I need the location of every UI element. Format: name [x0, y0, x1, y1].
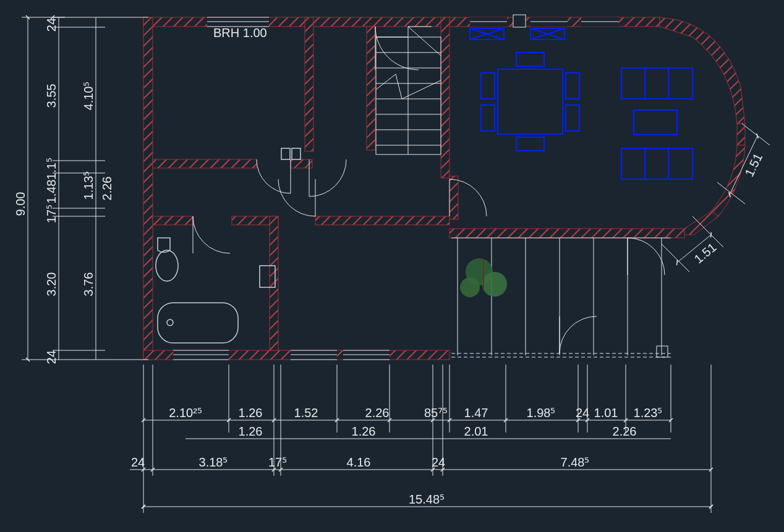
pergola — [451, 238, 671, 357]
floor-plan-drawing: BRH 1.00 9.00 24 3.55 1.1⁵ 1.48 17⁵ 3.20… — [0, 0, 784, 532]
svg-text:17⁵: 17⁵ — [268, 455, 287, 469]
svg-rect-8 — [153, 216, 193, 225]
svg-rect-79 — [516, 137, 544, 151]
sofa-set — [621, 68, 692, 179]
dims-vertical: 9.00 24 3.55 1.1⁵ 1.48 17⁵ 3.20 24 4.10⁵… — [14, 17, 148, 364]
dining-set — [481, 53, 579, 151]
svg-text:24: 24 — [576, 406, 589, 420]
svg-text:3.20: 3.20 — [45, 272, 58, 297]
svg-point-99 — [460, 277, 480, 297]
svg-rect-15 — [367, 27, 375, 150]
svg-point-93 — [167, 319, 173, 326]
svg-text:24: 24 — [131, 455, 145, 469]
svg-rect-84 — [621, 68, 692, 99]
svg-rect-78 — [516, 53, 544, 66]
svg-text:3.76: 3.76 — [82, 272, 95, 297]
svg-text:2.26: 2.26 — [100, 177, 114, 201]
svg-text:1.26: 1.26 — [239, 424, 263, 438]
room-label-brh: BRH 1.00 — [213, 26, 267, 40]
svg-point-98 — [482, 272, 507, 297]
svg-rect-10 — [270, 216, 278, 350]
svg-rect-94 — [281, 148, 290, 159]
stairs — [376, 27, 441, 154]
svg-rect-3 — [143, 17, 450, 27]
svg-rect-81 — [481, 105, 495, 131]
svg-rect-90 — [634, 110, 677, 135]
svg-rect-11 — [315, 216, 450, 225]
svg-text:24: 24 — [45, 350, 58, 364]
svg-rect-40 — [513, 15, 526, 27]
svg-rect-83 — [566, 105, 579, 131]
svg-text:9.00: 9.00 — [14, 192, 27, 216]
svg-text:1.1⁵: 1.1⁵ — [45, 158, 58, 180]
svg-rect-16 — [441, 17, 450, 178]
dims-horizontal: 2.10²⁵ 1.26 1.52 2.26 85⁷⁵ 1.47 1.98⁵ 24… — [130, 365, 713, 513]
svg-rect-64 — [657, 346, 668, 357]
svg-text:3.18⁵: 3.18⁵ — [199, 455, 228, 469]
svg-text:1.48: 1.48 — [45, 180, 58, 204]
svg-text:1.01: 1.01 — [594, 406, 618, 420]
svg-text:2.01: 2.01 — [464, 424, 488, 438]
svg-text:7.48⁵: 7.48⁵ — [561, 455, 590, 469]
svg-text:1.13⁵: 1.13⁵ — [82, 171, 95, 200]
svg-rect-87 — [621, 148, 692, 179]
svg-text:2.26: 2.26 — [365, 406, 390, 420]
dims-angled-right: 1.51 1.51 — [662, 124, 770, 272]
svg-rect-17 — [450, 176, 458, 219]
svg-line-125 — [742, 124, 770, 145]
svg-rect-92 — [158, 303, 238, 343]
svg-rect-12 — [305, 17, 313, 151]
svg-rect-6 — [153, 159, 257, 168]
svg-text:24: 24 — [432, 455, 445, 469]
svg-text:1.52: 1.52 — [294, 406, 318, 420]
svg-text:4.10⁵: 4.10⁵ — [82, 82, 95, 111]
svg-rect-14 — [450, 229, 684, 238]
svg-point-91 — [156, 250, 178, 281]
svg-text:2.26: 2.26 — [613, 424, 637, 438]
svg-text:4.16: 4.16 — [347, 455, 371, 469]
svg-text:15.48⁵: 15.48⁵ — [409, 492, 445, 506]
svg-rect-77 — [498, 69, 563, 134]
bathroom-fixtures — [156, 148, 300, 343]
interior-detail — [173, 15, 671, 360]
svg-rect-82 — [566, 73, 579, 99]
svg-text:24: 24 — [45, 18, 58, 32]
svg-text:1.47: 1.47 — [464, 406, 488, 420]
svg-rect-80 — [481, 73, 495, 99]
svg-text:2.10²⁵: 2.10²⁵ — [169, 406, 202, 420]
svg-text:1.98⁵: 1.98⁵ — [527, 406, 556, 420]
svg-line-130 — [662, 244, 689, 272]
plant-icon — [460, 258, 507, 297]
svg-text:1.26: 1.26 — [352, 424, 376, 438]
svg-rect-4 — [143, 17, 153, 360]
svg-text:1.51: 1.51 — [692, 240, 719, 266]
svg-text:1.26: 1.26 — [239, 406, 263, 420]
svg-text:1.23⁵: 1.23⁵ — [634, 406, 663, 420]
walls — [143, 17, 745, 360]
svg-text:3.55: 3.55 — [45, 84, 58, 108]
svg-text:17⁵: 17⁵ — [45, 205, 58, 223]
svg-rect-95 — [292, 148, 300, 159]
svg-text:1.51: 1.51 — [742, 151, 765, 179]
svg-text:85⁷⁵: 85⁷⁵ — [424, 406, 448, 420]
